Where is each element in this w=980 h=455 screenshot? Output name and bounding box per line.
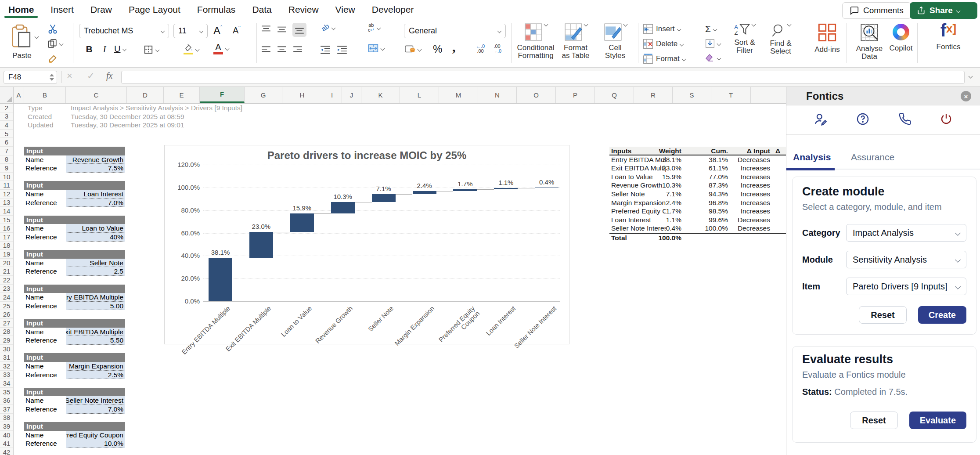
fill-down-button[interactable] (705, 39, 721, 48)
row-header-2[interactable]: 2 (0, 104, 13, 112)
weights-cell-delta[interactable]: Decreases (731, 155, 770, 164)
weights-cell-weight[interactable]: 1.7% (646, 207, 681, 216)
tab-view[interactable]: View (335, 0, 355, 19)
row-header-5[interactable]: 5 (0, 130, 13, 138)
input-reference-value[interactable]: 2.5% (66, 371, 125, 379)
column-header-D[interactable]: D (127, 87, 164, 103)
meta-value-cell[interactable]: Tuesday, 30 December 2025 at 09:01 (71, 121, 378, 130)
column-header-S[interactable]: S (673, 87, 711, 103)
input-block-header[interactable]: Input (24, 353, 125, 362)
row-header-20[interactable]: 20 (0, 259, 13, 267)
paste-button[interactable] (11, 24, 32, 50)
input-name-label[interactable]: Name (25, 396, 65, 405)
row-header-30[interactable]: 30 (0, 345, 13, 354)
tab-page-layout[interactable]: Page Layout (129, 0, 180, 19)
category-select[interactable]: Impact Analysis (846, 224, 966, 242)
find-select-button[interactable]: Find &Select (764, 23, 797, 55)
row-header-3[interactable]: 3 (0, 112, 13, 121)
account-edit-icon[interactable] (814, 112, 828, 128)
clear-button[interactable] (705, 54, 721, 62)
underline-button[interactable]: U (114, 44, 126, 54)
row-header-8[interactable]: 8 (0, 155, 13, 164)
row-header-10[interactable]: 10 (0, 173, 13, 181)
power-icon[interactable] (940, 112, 953, 127)
input-block-header[interactable]: Input (24, 216, 125, 224)
input-name-label[interactable]: Name (25, 190, 65, 199)
column-header-Q[interactable]: Q (595, 87, 634, 103)
input-name-value[interactable]: Entry EBITDA Multiple (66, 293, 125, 302)
weights-cell-cum[interactable]: 77.0% (693, 173, 728, 181)
accounting-format-button[interactable] (405, 45, 421, 54)
weights-cell-delta[interactable]: Increases (731, 164, 770, 173)
row-header-4[interactable]: 4 (0, 121, 13, 130)
pareto-chart[interactable]: Pareto drivers to increase MOIC by 25% 0… (164, 145, 569, 344)
weights-cell-delta[interactable]: Increases (731, 181, 770, 190)
input-block-header[interactable]: Input (24, 388, 125, 397)
input-name-label[interactable]: Name (25, 362, 65, 371)
column-header-N[interactable]: N (478, 87, 517, 103)
weights-cell-weight[interactable]: 7.1% (646, 190, 681, 199)
tab-assurance[interactable]: Assurance (851, 152, 894, 162)
share-button[interactable]: Share (910, 2, 977, 19)
tab-developer[interactable]: Developer (372, 0, 414, 19)
input-name-label[interactable]: Name (25, 259, 65, 267)
tab-draw[interactable]: Draw (90, 0, 112, 19)
conditional-formatting-button[interactable]: ConditionalFormatting (516, 23, 555, 60)
input-reference-value[interactable]: 5.50 (66, 336, 125, 345)
input-block-header[interactable]: Input (24, 285, 125, 293)
row-header-21[interactable]: 21 (0, 267, 13, 276)
input-reference-label[interactable]: Reference (25, 336, 65, 345)
create-button[interactable]: Create (918, 306, 966, 324)
row-header-37[interactable]: 37 (0, 405, 13, 414)
column-header-G[interactable]: G (245, 87, 282, 103)
align-right-button[interactable] (292, 45, 303, 54)
row-header-36[interactable]: 36 (0, 396, 13, 405)
column-header-L[interactable]: L (400, 87, 439, 103)
weights-cell-cum[interactable]: 87.3% (693, 181, 728, 190)
input-reference-value[interactable]: 7.0% (66, 199, 125, 207)
input-reference-value[interactable]: 7.0% (66, 405, 125, 414)
name-box[interactable]: F48 (4, 71, 57, 84)
increase-font-button[interactable]: Aˆ (213, 25, 222, 37)
addins-button[interactable]: Add-ins (810, 23, 844, 54)
weights-cell-weight[interactable]: 15.9% (646, 173, 681, 181)
weights-header-cell[interactable]: Weight (646, 147, 681, 155)
tab-data[interactable]: Data (252, 0, 271, 19)
create-reset-button[interactable]: Reset (859, 306, 906, 324)
column-header-P[interactable]: P (556, 87, 595, 103)
font-color-button[interactable]: A (213, 43, 229, 54)
column-header-H[interactable]: H (282, 87, 322, 103)
row-header-33[interactable]: 33 (0, 371, 13, 379)
row-header-18[interactable]: 18 (0, 242, 13, 250)
cut-button[interactable] (47, 24, 58, 36)
weights-cell-weight[interactable]: 1.1% (646, 216, 681, 224)
italic-button[interactable]: I (99, 44, 110, 55)
input-reference-label[interactable]: Reference (25, 439, 65, 448)
input-name-value[interactable]: Exit EBITDA Multiple (66, 328, 125, 336)
column-header-K[interactable]: K (361, 87, 400, 103)
bold-button[interactable]: B (83, 44, 96, 54)
item-select[interactable]: Pareto Drivers [9 Inputs] (846, 278, 966, 295)
orientation-button[interactable]: ab (321, 24, 335, 32)
tab-home[interactable]: Home (8, 0, 34, 19)
decrease-font-button[interactable]: Aˇ (233, 25, 241, 36)
autosum-button[interactable]: Σ (705, 24, 717, 34)
tab-review[interactable]: Review (288, 0, 319, 19)
meta-value-cell[interactable]: Impact Analysis > Sensitivity Analysis >… (71, 104, 378, 112)
weights-header-cell[interactable]: Cum. (693, 147, 728, 155)
weights-cell-delta[interactable]: Decreases (731, 216, 770, 224)
weights-cell-weight[interactable]: 10.3% (646, 181, 681, 190)
input-reference-value[interactable]: 7.5% (66, 164, 125, 173)
weights-cell-cum[interactable]: 98.5% (693, 207, 728, 216)
input-name-value[interactable]: Revenue Growth (66, 155, 125, 164)
column-header-O[interactable]: O (517, 87, 556, 103)
cancel-icon[interactable]: × (67, 70, 72, 82)
select-all-corner[interactable] (0, 87, 14, 104)
weights-cell-delta[interactable]: Decreases (731, 224, 770, 233)
paste-chevron-icon[interactable] (35, 35, 39, 39)
name-box-down-icon[interactable] (50, 78, 54, 81)
row-header-39[interactable]: 39 (0, 422, 13, 431)
copy-button[interactable] (47, 39, 63, 48)
merge-center-button[interactable] (368, 44, 384, 53)
row-header-11[interactable]: 11 (0, 181, 13, 190)
